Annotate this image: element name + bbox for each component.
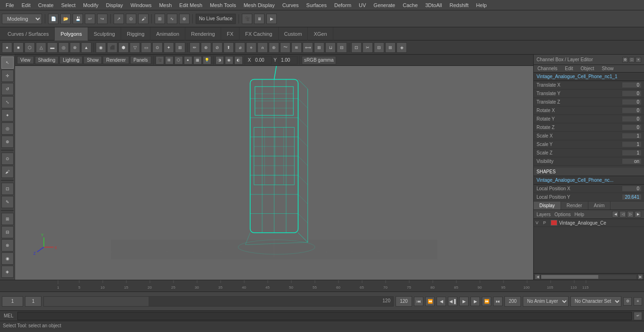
- anim-prefs-icon[interactable]: ≡: [634, 297, 642, 306]
- tab-sculpting[interactable]: Sculpting: [88, 27, 121, 40]
- tab-animation[interactable]: Animation: [150, 27, 185, 40]
- channel-tx-value[interactable]: 0: [622, 82, 641, 88]
- menu-edit-mesh[interactable]: Edit Mesh: [175, 1, 206, 9]
- current-frame-input[interactable]: [2, 296, 23, 307]
- panel-settings-icon[interactable]: ⚙: [622, 57, 628, 63]
- channel-lpx-value[interactable]: 0: [622, 186, 641, 191]
- universal-tool[interactable]: ✦: [1, 109, 14, 121]
- channel-scale-z[interactable]: Scale Z 1: [534, 149, 644, 157]
- channel-local-pos-y[interactable]: Local Position Y 20.641: [534, 193, 644, 202]
- go-to-start-btn[interactable]: ⏮: [414, 297, 423, 306]
- sphere-icon[interactable]: ●: [2, 42, 12, 53]
- menu-redshift[interactable]: Redshift: [446, 1, 472, 9]
- tab-custom[interactable]: Custom: [279, 27, 308, 40]
- vp-camera-icon[interactable]: 🎥: [156, 56, 164, 65]
- redo-icon[interactable]: ↪: [97, 14, 107, 24]
- poly-plane-icon[interactable]: ▭: [141, 42, 151, 53]
- step-back-btn[interactable]: ⏪: [425, 297, 435, 306]
- rotate-tool[interactable]: ↺: [1, 83, 14, 95]
- mel-enter-icon[interactable]: ↵: [634, 312, 642, 320]
- uv-unfold-icon[interactable]: ⊡: [351, 42, 362, 53]
- poly-special-icon[interactable]: ✦: [164, 42, 174, 53]
- helix-icon[interactable]: ⊗: [70, 42, 80, 53]
- layer-tab-help[interactable]: Help: [574, 212, 584, 217]
- menu-mesh-tools[interactable]: Mesh Tools: [206, 1, 239, 9]
- viewport-canvas[interactable]: X Y Z: [15, 66, 533, 280]
- show-manip-icon[interactable]: ⊕: [1, 136, 14, 148]
- no-anim-layer-select[interactable]: No Anim Layer: [523, 296, 569, 307]
- menu-mesh-display[interactable]: Mesh Display: [240, 1, 279, 9]
- channel-translate-z[interactable]: Translate Z 0: [534, 98, 644, 106]
- channel-rz-value[interactable]: 0: [622, 125, 641, 130]
- layer-icon-3[interactable]: ▷: [627, 211, 634, 218]
- menu-help[interactable]: Help: [472, 1, 491, 9]
- timeline-bar[interactable]: 1 5 10 15 20 25 30 35 40 45 50: [2, 280, 642, 292]
- menu-mesh[interactable]: Mesh: [155, 1, 175, 9]
- poly-cyl-icon[interactable]: ⬢: [118, 42, 129, 53]
- paint-select-tool[interactable]: 🖌: [1, 166, 14, 178]
- mode-dropdown[interactable]: Modeling Rigging Animation FX Rendering: [2, 14, 42, 24]
- vp-shade-mode-2[interactable]: ◉: [225, 56, 233, 65]
- tab-render[interactable]: Render: [561, 202, 588, 210]
- lasso-tool[interactable]: ⊙: [1, 153, 14, 165]
- vp-coord-y-input[interactable]: [279, 56, 297, 65]
- menu-file[interactable]: File: [2, 1, 18, 9]
- undo-icon[interactable]: ↩: [85, 14, 95, 24]
- vp-light-icon[interactable]: 💡: [203, 56, 211, 65]
- uv-layout-icon[interactable]: ⊟: [374, 42, 384, 53]
- channel-sy-value[interactable]: 1: [622, 142, 641, 147]
- play-back-btn[interactable]: ◀▐: [448, 297, 457, 306]
- menu-curves[interactable]: Curves: [279, 1, 303, 9]
- menu-select[interactable]: Select: [58, 1, 80, 9]
- vp-lighting-menu[interactable]: Lighting: [59, 56, 83, 64]
- vp-texture-icon[interactable]: ▦: [193, 56, 202, 65]
- select-tool[interactable]: ↖: [1, 57, 14, 69]
- new-file-icon[interactable]: 📄: [48, 14, 58, 24]
- scroll-thumb[interactable]: [541, 275, 598, 279]
- menu-cache[interactable]: Cache: [399, 1, 421, 9]
- channel-scale-y[interactable]: Scale Y 1: [534, 140, 644, 149]
- layer-icon-1[interactable]: ◀: [612, 211, 619, 218]
- fill-icon[interactable]: ⊘: [212, 42, 223, 53]
- layer-tab-layers[interactable]: Layers: [537, 212, 551, 217]
- vp-wireframe-icon[interactable]: ⬡: [174, 56, 183, 65]
- open-file-icon[interactable]: 📂: [60, 14, 71, 24]
- vp-smooth-icon[interactable]: ●: [184, 56, 192, 65]
- vp-grid-icon[interactable]: ⊞: [165, 56, 173, 65]
- camera-pivot[interactable]: ⊗: [1, 239, 14, 251]
- prev-frame-btn[interactable]: ◀: [437, 297, 446, 306]
- menu-modify[interactable]: Modify: [79, 1, 102, 9]
- menu-3dtoall[interactable]: 3DtoAll: [421, 1, 446, 9]
- cb-tab-object[interactable]: Object: [577, 65, 598, 72]
- soft-mod-tool[interactable]: ◎: [1, 122, 14, 135]
- panel-expand-icon[interactable]: □: [629, 57, 635, 63]
- channel-ry-value[interactable]: 0: [622, 116, 641, 121]
- select-mode-icon[interactable]: ↗: [114, 14, 124, 24]
- pen-icon[interactable]: ✏: [190, 42, 200, 53]
- crease-icon[interactable]: 〜: [280, 42, 290, 53]
- camera-icon[interactable]: 🎥: [242, 14, 252, 24]
- menu-edit[interactable]: Edit: [18, 1, 34, 9]
- mirror-icon[interactable]: ⟺: [303, 42, 313, 53]
- vp-shading-menu[interactable]: Shading: [35, 56, 59, 64]
- vp-panels-menu[interactable]: Panels: [130, 56, 151, 64]
- tab-curves-surfaces[interactable]: Curves / Surfaces: [2, 27, 55, 40]
- vp-view-menu[interactable]: View: [17, 56, 34, 64]
- channel-translate-y[interactable]: Translate Y 0: [534, 89, 644, 98]
- layer-icon-4[interactable]: ▶: [635, 211, 641, 218]
- vp-coord-x-input[interactable]: [253, 56, 272, 65]
- grid-toggle[interactable]: ⊟: [1, 226, 14, 238]
- cylinder-icon[interactable]: ⬡: [25, 42, 35, 53]
- snap-curve-icon[interactable]: ∿: [167, 14, 177, 24]
- poly-cube-icon[interactable]: ⬛: [107, 42, 117, 53]
- cone-icon[interactable]: △: [36, 42, 46, 53]
- annotation-tool[interactable]: ✎: [1, 196, 14, 208]
- uv-planar-icon[interactable]: ⊞: [385, 42, 396, 53]
- uv-project-icon[interactable]: ◈: [396, 42, 407, 53]
- range-start-input[interactable]: [25, 296, 41, 307]
- merge-icon[interactable]: ⩀: [257, 42, 268, 53]
- play-forward-btn[interactable]: ▶: [459, 297, 469, 306]
- channel-tz-value[interactable]: 0: [622, 99, 641, 105]
- move-tool[interactable]: ✛: [1, 70, 14, 82]
- channel-sz-value[interactable]: 1: [622, 150, 641, 155]
